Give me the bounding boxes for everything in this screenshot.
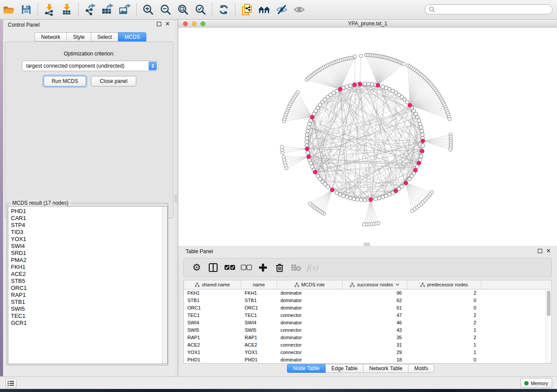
cell-predecessor-nodes: 0 <box>407 304 481 312</box>
cell-shared-name: FKH1 <box>184 289 241 297</box>
select-stepper-icon <box>149 62 157 70</box>
mcds-result-list[interactable]: PHD1CAR1STP4TID3YOX1SWI4SRD1PMA2FKH1ACE2… <box>8 206 168 364</box>
clone-network-icon[interactable] <box>238 2 256 17</box>
network-graph <box>178 28 557 244</box>
network-canvas[interactable] <box>178 28 557 244</box>
import-table-icon[interactable] <box>58 2 76 17</box>
mcds-result-item[interactable]: GCR1 <box>11 320 167 327</box>
table-row[interactable]: SWI5SWI5connector431 <box>184 327 551 334</box>
mcds-result-item[interactable]: SWI4 <box>11 243 167 250</box>
export-image-icon[interactable] <box>116 2 134 17</box>
close-window-icon[interactable] <box>183 21 188 26</box>
mcds-result-item[interactable]: STP4 <box>11 222 167 229</box>
table-row[interactable]: YOX1YOX1connector291 <box>184 349 551 356</box>
show-all-icon[interactable] <box>291 2 308 17</box>
mcds-result-item[interactable]: STB5 <box>11 278 167 285</box>
tab-select[interactable]: Select <box>91 32 118 41</box>
save-session-icon[interactable] <box>17 2 35 17</box>
table-row[interactable]: FKH1FKH1dominator962 <box>184 289 551 297</box>
column-header-shared-name[interactable]: shared name <box>184 280 241 289</box>
show-panels-list-button[interactable] <box>5 378 17 388</box>
close-panel-icon[interactable]: ✕ <box>165 22 170 26</box>
mcds-result-item[interactable]: SRD1 <box>11 250 167 257</box>
table-scrollbar[interactable] <box>546 290 551 363</box>
mcds-result-item[interactable]: ACE2 <box>11 271 167 278</box>
show-columns-icon[interactable] <box>206 260 221 275</box>
close-panel-icon[interactable]: ✕ <box>546 249 551 253</box>
control-panel: Control Panel ✕ NetworkStyleSelectMCDS O… <box>3 20 175 376</box>
mcds-result-item[interactable]: ORC1 <box>11 285 167 292</box>
network-window-titlebar[interactable]: YPA_prune.txt_1 <box>178 20 557 28</box>
mcds-result-item[interactable]: FKH1 <box>11 264 167 271</box>
cell-name: SWI5 <box>241 327 277 334</box>
cell-name: ACE2 <box>241 341 277 349</box>
tab-edge-table[interactable]: Edge Table <box>325 364 363 373</box>
deselect-all-icon[interactable] <box>239 260 254 275</box>
mcds-result-item[interactable]: PMA2 <box>11 257 167 264</box>
mcds-result-item[interactable]: PHD1 <box>11 208 167 215</box>
toolbar-separator <box>212 3 212 16</box>
mcds-result-item[interactable]: RAP1 <box>11 292 167 299</box>
attribute-type-icon <box>420 282 425 287</box>
column-header-successor-nodes[interactable]: successor nodes <box>343 280 407 289</box>
tab-network-table[interactable]: Network Table <box>363 364 408 373</box>
mcds-result-item[interactable]: SWI5 <box>11 306 167 313</box>
tab-node-table[interactable]: Node Table <box>287 364 325 373</box>
table-row[interactable]: ORC1ORC1dominator610 <box>184 304 551 312</box>
select-all-icon[interactable] <box>222 260 237 275</box>
cell-predecessor-nodes: 0 <box>407 356 481 364</box>
first-neighbors-icon[interactable] <box>256 2 273 17</box>
table-row[interactable]: SWI4SWI4dominator462 <box>184 319 551 327</box>
float-panel-icon[interactable] <box>538 249 542 253</box>
tab-network[interactable]: Network <box>35 32 66 41</box>
cell-MCDS-role: connector <box>277 312 343 319</box>
optimization-criterion-select[interactable]: largest connected component (undirected) <box>22 61 158 71</box>
delete-column-icon[interactable] <box>272 260 287 275</box>
maximize-window-icon[interactable] <box>201 21 205 26</box>
result-list-scrollbar[interactable] <box>162 206 167 364</box>
hide-selected-icon[interactable] <box>273 2 291 17</box>
tab-style[interactable]: Style <box>66 32 91 41</box>
cell-name: PHD1 <box>241 356 277 364</box>
refresh-icon[interactable] <box>215 2 232 17</box>
mcds-result-item[interactable]: YOX1 <box>11 236 167 243</box>
settings-gear-icon[interactable]: ⚙ <box>189 260 204 275</box>
run-mcds-button[interactable]: Run MCDS <box>44 76 86 86</box>
zoom-in-icon[interactable] <box>139 2 157 17</box>
export-network-icon[interactable] <box>81 2 99 17</box>
add-column-icon[interactable] <box>256 260 270 275</box>
cell-predecessor-nodes: 2 <box>407 312 481 319</box>
minimize-window-icon[interactable] <box>192 21 197 26</box>
export-table-icon[interactable] <box>99 2 116 17</box>
horizontal-splitter-grip[interactable] <box>364 243 370 246</box>
attribute-type-icon <box>195 282 200 287</box>
mcds-result-item[interactable]: TID3 <box>11 229 167 236</box>
zoom-selected-icon[interactable] <box>192 2 209 17</box>
table-row[interactable]: ACE2ACE2connector311 <box>184 341 551 349</box>
close-panel-button[interactable]: Close panel <box>91 76 136 86</box>
table-row[interactable]: TEC1TEC1connector472 <box>184 312 551 319</box>
mcds-result-item[interactable]: TEC1 <box>11 313 167 320</box>
search-field[interactable] <box>425 4 553 14</box>
zoom-fit-icon[interactable] <box>174 2 192 17</box>
column-header-name[interactable]: name <box>241 280 277 289</box>
cell-name: STB1 <box>241 297 277 304</box>
table-row[interactable]: PHD1PHD1dominator180 <box>184 356 551 364</box>
tab-mcds[interactable]: MCDS <box>118 32 146 41</box>
tab-motifs[interactable]: Motifs <box>408 364 434 373</box>
memory-button[interactable]: Memory <box>520 378 552 388</box>
open-session-icon[interactable] <box>0 2 17 17</box>
node-table[interactable]: shared namenameMCDS rolesuccessor nodesp… <box>183 280 552 364</box>
table-row[interactable]: RAP1RAP1dominator352 <box>184 334 551 341</box>
vertical-splitter-grip[interactable] <box>175 195 178 202</box>
import-network-icon[interactable] <box>41 2 58 17</box>
search-input[interactable] <box>436 7 540 13</box>
column-header-predecessor-nodes[interactable]: predecessor nodes <box>407 280 481 289</box>
zoom-out-icon[interactable] <box>157 2 174 17</box>
float-panel-icon[interactable] <box>157 22 161 26</box>
network-window-title: YPA_prune.txt_1 <box>178 20 557 28</box>
mcds-result-item[interactable]: CAR1 <box>11 215 167 222</box>
mcds-result-item[interactable]: STB1 <box>11 299 167 306</box>
column-header-MCDS-role[interactable]: MCDS role <box>277 280 343 289</box>
table-row[interactable]: STB1STB1dominator620 <box>184 297 551 304</box>
